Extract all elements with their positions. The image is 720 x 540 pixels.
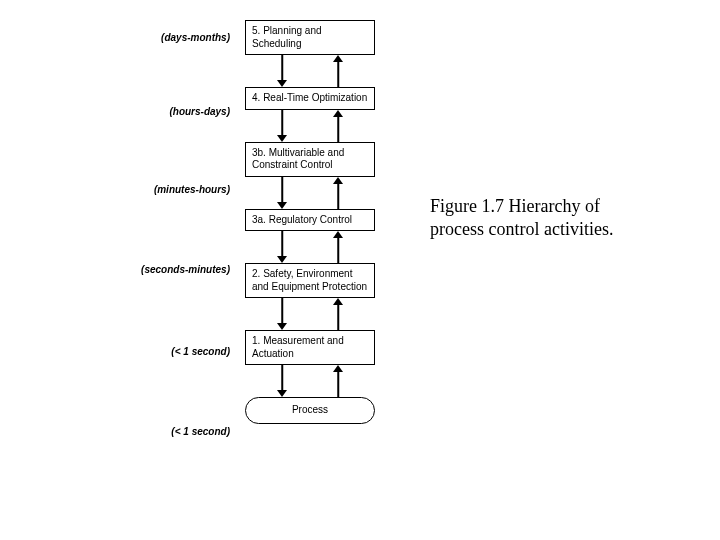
arrow-pair bbox=[245, 110, 375, 142]
level-number: 4. bbox=[252, 92, 260, 103]
timescale-label: (minutes-hours) bbox=[154, 184, 230, 195]
level-title: Regulatory Control bbox=[269, 214, 352, 225]
arrow-pair bbox=[245, 231, 375, 263]
arrow-down-icon bbox=[275, 231, 289, 263]
level-number: 3b. bbox=[252, 147, 266, 158]
timescale-label: (days-months) bbox=[161, 32, 230, 43]
level-number: 1. bbox=[252, 335, 260, 346]
timescale-label: (hours-days) bbox=[169, 106, 230, 117]
arrow-up-icon bbox=[331, 110, 345, 142]
level-box-2: 2. Safety, Environment and Equipment Pro… bbox=[245, 263, 375, 298]
arrow-up-icon bbox=[331, 231, 345, 263]
arrow-down-icon bbox=[275, 55, 289, 87]
arrow-pair bbox=[245, 365, 375, 397]
arrow-up-icon bbox=[331, 298, 345, 330]
arrow-pair bbox=[245, 177, 375, 209]
process-label: Process bbox=[292, 404, 328, 415]
level-box-4: 4. Real-Time Optimization bbox=[245, 87, 375, 110]
arrow-down-icon bbox=[275, 298, 289, 330]
arrow-down-icon bbox=[275, 110, 289, 142]
level-box-3a: 3a. Regulatory Control bbox=[245, 209, 375, 232]
level-number: 2. bbox=[252, 268, 260, 279]
level-title: Planning and Scheduling bbox=[252, 25, 322, 49]
arrow-down-icon bbox=[275, 177, 289, 209]
level-box-1: 1. Measurement and Actuation bbox=[245, 330, 375, 365]
timescale-label: (seconds-minutes) bbox=[141, 264, 230, 275]
arrow-pair bbox=[245, 298, 375, 330]
process-box: Process bbox=[245, 397, 375, 424]
arrow-pair bbox=[245, 55, 375, 87]
level-title: Measurement and Actuation bbox=[252, 335, 344, 359]
level-number: 5. bbox=[252, 25, 260, 36]
level-box-5: 5. Planning and Scheduling bbox=[245, 20, 375, 55]
level-title: Multivariable and Constraint Control bbox=[252, 147, 344, 171]
level-title: Real-Time Optimization bbox=[263, 92, 367, 103]
figure-caption: Figure 1.7 Hierarchy of process control … bbox=[430, 195, 650, 242]
timescale-label: (< 1 second) bbox=[171, 346, 230, 357]
arrow-up-icon bbox=[331, 177, 345, 209]
arrow-up-icon bbox=[331, 55, 345, 87]
hierarchy-diagram: 5. Planning and Scheduling 4. Real-Time … bbox=[240, 20, 380, 424]
timescale-label: (< 1 second) bbox=[171, 426, 230, 437]
level-title: Safety, Environment and Equipment Protec… bbox=[252, 268, 367, 292]
level-box-3b: 3b. Multivariable and Constraint Control bbox=[245, 142, 375, 177]
arrow-up-icon bbox=[331, 365, 345, 397]
level-number: 3a. bbox=[252, 214, 266, 225]
arrow-down-icon bbox=[275, 365, 289, 397]
